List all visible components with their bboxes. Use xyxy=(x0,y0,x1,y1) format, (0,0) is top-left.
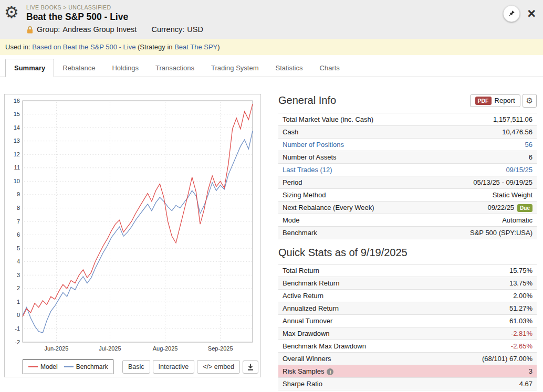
row-value: 13.75% xyxy=(509,279,532,287)
svg-text:2: 2 xyxy=(17,285,20,291)
pin-icon xyxy=(507,9,516,18)
legend-item-model: Model xyxy=(28,363,58,370)
close-icon[interactable]: × xyxy=(527,7,536,21)
row-value: 4.67 xyxy=(519,380,532,388)
row-label[interactable]: Last Trades (12) xyxy=(283,166,332,174)
row-value: 51.27% xyxy=(509,304,532,312)
header-subline: Group: Andreas Group Invest Currency: US… xyxy=(26,25,537,34)
tab-statistics[interactable]: Statistics xyxy=(267,59,311,77)
pdf-badge: PDF xyxy=(475,97,492,105)
row-label[interactable]: Number of Positions xyxy=(283,141,344,149)
row-label: Max Drawdown xyxy=(283,330,330,337)
used-in-link-book[interactable]: Based on Beat the S&P 500 - Live xyxy=(32,43,135,51)
svg-text:10: 10 xyxy=(14,178,20,184)
header-actions: × xyxy=(503,5,536,22)
general-info-title: General Info xyxy=(278,94,336,107)
row-value: 05/13/25 - 09/19/25 xyxy=(473,178,532,186)
svg-text:Jun-2025: Jun-2025 xyxy=(44,345,68,352)
download-icon xyxy=(247,363,254,371)
row-value[interactable]: 09/15/25 xyxy=(506,166,532,174)
row-value: 10,476.56 xyxy=(502,128,532,136)
row-label: Total Market Value (inc. Cash) xyxy=(283,115,373,123)
svg-text:7: 7 xyxy=(17,218,20,225)
table-row: Risk Samplesi3 xyxy=(278,365,537,378)
legend-label: Benchmark xyxy=(76,363,108,370)
used-in-banner: Used in: Based on Beat the S&P 500 - Liv… xyxy=(0,39,543,55)
row-value: Static Weight xyxy=(493,191,532,199)
chart-panel: -2-1012345678910111213141516Jun-2025Jul-… xyxy=(4,94,261,377)
svg-text:Sep-2025: Sep-2025 xyxy=(208,345,233,352)
svg-text:1: 1 xyxy=(17,299,20,305)
settings-gear-icon[interactable]: ⚙ xyxy=(4,4,19,20)
row-value: (68/101) 67.00% xyxy=(482,355,532,363)
tab-holdings[interactable]: Holdings xyxy=(103,59,147,77)
report-actions: PDF Report ⚙ xyxy=(470,94,537,108)
svg-text:9: 9 xyxy=(17,191,20,197)
report-settings-button[interactable]: ⚙ xyxy=(523,94,537,108)
performance-chart: -2-1012345678910111213141516Jun-2025Jul-… xyxy=(7,97,257,356)
download-button[interactable] xyxy=(243,361,258,374)
pdf-report-button[interactable]: PDF Report xyxy=(470,94,520,107)
row-label: Annualized Return xyxy=(283,304,339,312)
interactive-button[interactable]: Interactive xyxy=(153,360,195,374)
svg-text:12: 12 xyxy=(14,151,20,157)
row-value: -2.81% xyxy=(511,330,532,337)
legend-swatch xyxy=(28,366,38,367)
table-row: Active Return2.00% xyxy=(278,290,537,302)
row-value: 3 xyxy=(529,367,532,375)
svg-text:5: 5 xyxy=(17,245,20,251)
table-row: Next Rebalance (Every Week)09/22/25Due xyxy=(278,202,537,214)
svg-text:Aug-2025: Aug-2025 xyxy=(153,345,178,352)
svg-text:Jul-2025: Jul-2025 xyxy=(99,345,121,352)
due-badge: Due xyxy=(517,204,532,212)
row-value[interactable]: 56 xyxy=(525,141,532,149)
pin-button[interactable] xyxy=(503,5,520,22)
row-label: Cash xyxy=(283,128,298,136)
breadcrumb[interactable]: LIVE BOOKS > UNCLASSIFIED xyxy=(26,4,537,10)
tab-rebalance[interactable]: Rebalance xyxy=(54,59,103,77)
currency-label: Currency: xyxy=(151,25,184,34)
used-in-middle: (Strategy in xyxy=(138,43,172,51)
svg-text:11: 11 xyxy=(14,164,20,171)
row-label: Sizing Method xyxy=(283,191,326,199)
legend-label: Model xyxy=(40,363,58,370)
table-row: Cash10,476.56 xyxy=(278,126,537,139)
table-row: Total Market Value (inc. Cash)1,157,511.… xyxy=(278,113,537,126)
main-content: -2-1012345678910111213141516Jun-2025Jul-… xyxy=(0,77,543,392)
basic-button[interactable]: Basic xyxy=(122,360,150,374)
table-row: Sizing MethodStatic Weight xyxy=(278,189,537,202)
info-icon[interactable]: i xyxy=(327,368,333,375)
table-row: Number of Positions56 xyxy=(278,139,537,151)
row-value: 1,157,511.06 xyxy=(493,115,532,123)
svg-text:0: 0 xyxy=(17,312,20,318)
tab-charts[interactable]: Charts xyxy=(311,59,348,77)
row-label: Benchmark Max Drawdown xyxy=(283,342,366,350)
svg-text:3: 3 xyxy=(17,272,20,278)
lock-icon xyxy=(26,26,34,34)
row-label: Sharpe Ratio xyxy=(283,380,322,388)
table-row: Last Trades (12)09/15/25 xyxy=(278,164,537,176)
tab-transactions[interactable]: Transactions xyxy=(147,59,203,77)
row-value: -2.65% xyxy=(511,342,532,350)
row-label: Mode xyxy=(283,216,300,224)
embed-button[interactable]: </> embed xyxy=(197,360,240,374)
tab-bar: SummaryRebalanceHoldingsTransactionsTrad… xyxy=(0,55,543,77)
used-in-suffix: ) xyxy=(217,43,220,51)
tab-trading-system[interactable]: Trading System xyxy=(203,59,267,77)
row-value: S&P 500 (SPY:USA) xyxy=(470,229,532,237)
table-row: Annual Turnover61.03% xyxy=(278,315,537,327)
table-row: Number of Assets6 xyxy=(278,151,537,164)
table-row: Period05/13/25 - 09/19/25 xyxy=(278,176,537,189)
report-label: Report xyxy=(495,97,515,104)
used-in-link-strategy[interactable]: Beat The SPY xyxy=(174,43,217,51)
row-label: Number of Assets xyxy=(283,153,337,161)
tab-summary[interactable]: Summary xyxy=(5,59,54,77)
row-label: Annual Turnover xyxy=(283,317,332,325)
row-value: 15.75% xyxy=(509,267,532,274)
row-value: 6 xyxy=(529,153,532,161)
chart-legend: ModelBenchmark xyxy=(23,359,113,374)
table-row: ModeAutomatic xyxy=(278,214,537,227)
row-label: Risk Samplesi xyxy=(283,367,333,376)
group-label: Group: xyxy=(37,25,60,34)
row-value: 2.00% xyxy=(513,292,532,300)
